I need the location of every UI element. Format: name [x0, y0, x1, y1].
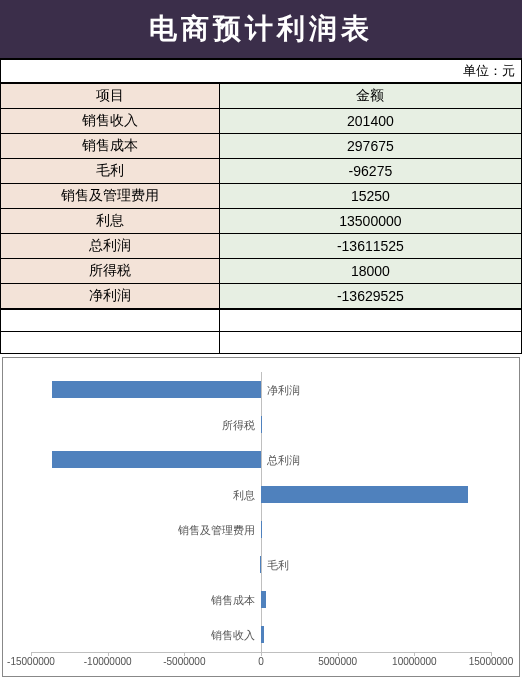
- row-label: 净利润: [1, 284, 220, 309]
- chart-bar-row: 总利润: [31, 442, 491, 477]
- unit-label: 单位：元: [0, 58, 522, 83]
- chart-category-label: 销售成本: [211, 592, 261, 607]
- chart-x-axis: -15000000-10000000-500000005000000100000…: [31, 652, 491, 672]
- chart-x-tick-label: 5000000: [318, 656, 357, 667]
- col-header-amount: 金额: [219, 84, 521, 109]
- chart-category-label: 利息: [233, 487, 261, 502]
- row-value: 201400: [219, 109, 521, 134]
- chart-x-tick-label: 10000000: [392, 656, 437, 667]
- row-label: 利息: [1, 209, 220, 234]
- profit-table: 项目金额销售收入201400销售成本297675毛利-96275销售及管理费用1…: [0, 83, 522, 309]
- row-value: 18000: [219, 259, 521, 284]
- chart-bar: [261, 486, 468, 502]
- table-row: 总利润-13611525: [1, 234, 522, 259]
- chart-category-label: 净利润: [261, 382, 300, 397]
- table-row: 销售收入201400: [1, 109, 522, 134]
- table-row: 利息13500000: [1, 209, 522, 234]
- chart-x-tick-label: -5000000: [163, 656, 205, 667]
- row-label: 所得税: [1, 259, 220, 284]
- row-value: -13629525: [219, 284, 521, 309]
- row-value: 15250: [219, 184, 521, 209]
- page-title: 电商预计利润表: [0, 0, 522, 58]
- chart-x-tick-label: 0: [258, 656, 264, 667]
- row-value: -96275: [219, 159, 521, 184]
- row-label: 销售及管理费用: [1, 184, 220, 209]
- chart-container: 净利润所得税总利润利息销售及管理费用毛利销售成本销售收入 -15000000-1…: [2, 357, 520, 677]
- chart-bar: [261, 626, 264, 642]
- chart-bar-row: 所得税: [31, 407, 491, 442]
- row-value: 13500000: [219, 209, 521, 234]
- table-row: 所得税18000: [1, 259, 522, 284]
- chart-category-label: 总利润: [261, 452, 300, 467]
- chart-x-tick-label: 15000000: [469, 656, 514, 667]
- row-label: 销售成本: [1, 134, 220, 159]
- chart-bar-row: 销售成本: [31, 582, 491, 617]
- chart-x-tick-label: -10000000: [84, 656, 132, 667]
- table-row: 净利润-13629525: [1, 284, 522, 309]
- row-label: 毛利: [1, 159, 220, 184]
- row-value: -13611525: [219, 234, 521, 259]
- chart-category-label: 销售及管理费用: [178, 522, 261, 537]
- chart-bar-row: 销售及管理费用: [31, 512, 491, 547]
- chart-bar: [261, 591, 266, 607]
- chart-x-tick-label: -15000000: [7, 656, 55, 667]
- chart-bar: [52, 451, 261, 467]
- chart-bar-row: 利息: [31, 477, 491, 512]
- row-value: 297675: [219, 134, 521, 159]
- chart-bar-row: 销售收入: [31, 617, 491, 652]
- col-header-item: 项目: [1, 84, 220, 109]
- spacer-rows: [0, 309, 522, 354]
- table-row: 销售及管理费用15250: [1, 184, 522, 209]
- chart-category-label: 所得税: [222, 417, 261, 432]
- chart-category-label: 毛利: [261, 557, 289, 572]
- chart-category-label: 销售收入: [211, 627, 261, 642]
- table-row: 销售成本297675: [1, 134, 522, 159]
- row-label: 总利润: [1, 234, 220, 259]
- chart-bar-row: 净利润: [31, 372, 491, 407]
- table-row: 毛利-96275: [1, 159, 522, 184]
- chart-bar: [52, 381, 261, 397]
- chart-bar-row: 毛利: [31, 547, 491, 582]
- profit-bar-chart: 净利润所得税总利润利息销售及管理费用毛利销售成本销售收入 -15000000-1…: [11, 372, 511, 672]
- row-label: 销售收入: [1, 109, 220, 134]
